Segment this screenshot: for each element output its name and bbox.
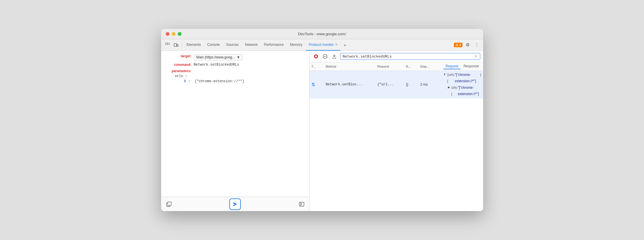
parameters-label: parameters: bbox=[166, 69, 192, 73]
dropdown-arrow-icon: ▼ bbox=[237, 55, 240, 59]
more-tabs-icon[interactable]: » bbox=[341, 41, 349, 49]
left-bottom-bar bbox=[161, 197, 309, 211]
left-content: target: Main (https://www.goog... ▼ comm… bbox=[161, 51, 309, 197]
svg-rect-7 bbox=[299, 202, 304, 206]
col-r-value: {} bbox=[404, 82, 419, 86]
tab-console[interactable]: Console bbox=[204, 39, 223, 51]
title-bar: DevTools - www.google.com/ bbox=[161, 29, 483, 39]
col-header-method: Method bbox=[324, 65, 376, 68]
download-icon[interactable] bbox=[331, 53, 338, 60]
tab-memory[interactable]: Memory bbox=[287, 39, 305, 51]
detail-content: ▼ {urls: [ "["chrome-extension://*"] } ▶… bbox=[442, 71, 483, 98]
col-elapsed-value: 2 ms bbox=[419, 82, 442, 86]
svg-rect-2 bbox=[174, 44, 177, 46]
target-row: target: Main (https://www.goog... ▼ bbox=[166, 54, 305, 60]
sidebar-toggle-icon[interactable] bbox=[297, 200, 306, 208]
minimize-button[interactable] bbox=[172, 32, 175, 36]
table-detail-tabs: Request Response bbox=[442, 64, 483, 69]
table-header: T... Method Request R... Elap... Request… bbox=[310, 62, 483, 71]
index-value: ["chrome-extension://*"] bbox=[195, 79, 244, 83]
right-panel: ✕ T... Method Request R... Elap... Reque… bbox=[310, 51, 483, 211]
index-label: 0 : bbox=[184, 79, 190, 83]
left-panel: target: Main (https://www.goog... ▼ comm… bbox=[161, 51, 310, 211]
expand-icon-1[interactable]: ▼ bbox=[443, 72, 446, 77]
col-header-elapsed: Elap... bbox=[419, 65, 442, 68]
toolbar-separator bbox=[182, 42, 182, 48]
tab-network[interactable]: Network bbox=[242, 39, 261, 51]
target-dropdown[interactable]: Main (https://www.goog... ▼ bbox=[194, 54, 243, 60]
col-header-request: Request bbox=[376, 65, 404, 68]
tab-response[interactable]: Response bbox=[461, 64, 481, 69]
target-label: target: bbox=[166, 54, 192, 58]
tab-request[interactable]: Request bbox=[443, 64, 461, 69]
col-t-value: ⇅ bbox=[310, 82, 324, 87]
window-title: DevTools - www.google.com/ bbox=[298, 32, 346, 36]
svg-rect-0 bbox=[165, 43, 167, 45]
col-header-t: T... bbox=[310, 65, 324, 68]
tab-sources[interactable]: Sources bbox=[223, 39, 242, 51]
command-input[interactable] bbox=[343, 54, 474, 59]
detail-line-1: ▼ {urls: [ "["chrome-extension://*"] } bbox=[443, 72, 481, 84]
tab-close-icon[interactable]: ✕ bbox=[335, 43, 337, 46]
maximize-button[interactable] bbox=[178, 32, 182, 36]
col-request-value: {"url... bbox=[376, 82, 404, 86]
stop-recording-button[interactable] bbox=[313, 53, 319, 60]
svg-rect-10 bbox=[315, 56, 317, 57]
bidirectional-arrow-icon: ⇅ bbox=[311, 82, 315, 87]
urls-row: urls : bbox=[175, 74, 305, 78]
more-vert-icon[interactable]: ⋮ bbox=[473, 41, 481, 49]
main-content: target: Main (https://www.goog... ▼ comm… bbox=[161, 51, 483, 211]
expand-icon-2[interactable]: ▶ bbox=[448, 85, 450, 90]
command-value: Network.setBlockedURLs bbox=[194, 63, 239, 67]
traffic-lights bbox=[166, 32, 182, 36]
device-toggle-icon[interactable] bbox=[172, 41, 180, 49]
table-row[interactable]: ⇅ Network.setBloc... {"url... {} 2 ms ▼ … bbox=[310, 71, 483, 99]
tab-protocol-monitor[interactable]: Protocol monitor ✕ bbox=[306, 39, 340, 51]
detail-line-2: ▶ urls: [ "["chrome-extension://*"] bbox=[448, 85, 481, 97]
command-input-wrap[interactable]: ✕ bbox=[340, 53, 480, 60]
svg-rect-5 bbox=[168, 202, 171, 206]
command-row: command: Network.setBlockedURLs bbox=[166, 63, 305, 67]
send-button[interactable] bbox=[229, 198, 241, 210]
col-method-value: Network.setBloc... bbox=[324, 82, 376, 86]
tab-elements[interactable]: Elements bbox=[184, 39, 204, 51]
urls-label: urls : bbox=[175, 74, 187, 78]
devtools-window: DevTools - www.google.com/ Elements Cons… bbox=[161, 29, 483, 211]
col-header-r: R... bbox=[404, 65, 419, 68]
input-clear-icon[interactable]: ✕ bbox=[474, 54, 478, 59]
svg-marker-6 bbox=[233, 202, 237, 206]
notification-badge[interactable]: ⚠ 4 bbox=[454, 43, 462, 47]
settings-icon[interactable]: ⚙ bbox=[464, 41, 472, 49]
command-label: command: bbox=[166, 63, 192, 67]
tab-performance[interactable]: Performance bbox=[261, 39, 287, 51]
parameters-row: parameters: bbox=[166, 69, 305, 73]
index-row: 0 : ["chrome-extension://*"] bbox=[184, 79, 305, 83]
svg-rect-3 bbox=[177, 44, 178, 46]
toolbar-right: ⚠ 4 ⚙ ⋮ bbox=[454, 41, 481, 49]
clear-icon[interactable] bbox=[322, 53, 329, 60]
copy-icon[interactable] bbox=[165, 200, 173, 208]
svg-rect-1 bbox=[168, 43, 169, 45]
select-element-icon[interactable] bbox=[163, 41, 171, 49]
command-bar: ✕ bbox=[310, 51, 483, 62]
devtools-toolbar: Elements Console Sources Network Perform… bbox=[161, 39, 483, 51]
close-button[interactable] bbox=[166, 32, 169, 36]
